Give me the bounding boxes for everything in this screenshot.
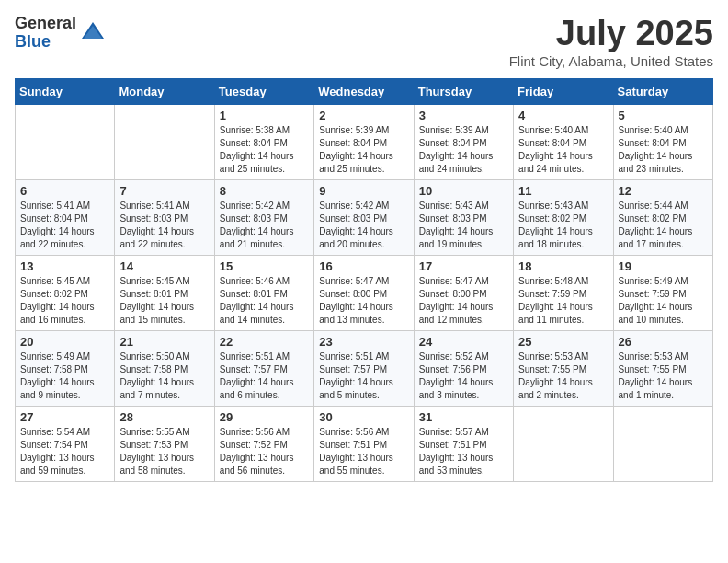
calendar-cell: 10Sunrise: 5:43 AM Sunset: 8:03 PM Dayli…: [414, 179, 513, 255]
logo-general: General: [15, 15, 76, 33]
day-detail: Sunrise: 5:42 AM Sunset: 8:03 PM Dayligh…: [220, 200, 309, 251]
day-number: 20: [20, 335, 109, 349]
day-detail: Sunrise: 5:45 AM Sunset: 8:01 PM Dayligh…: [119, 275, 209, 327]
calendar-cell: 29Sunrise: 5:56 AM Sunset: 7:52 PM Dayli…: [214, 406, 313, 481]
calendar-week-row: 27Sunrise: 5:54 AM Sunset: 7:54 PM Dayli…: [16, 406, 713, 481]
day-number: 10: [419, 184, 508, 198]
day-detail: Sunrise: 5:53 AM Sunset: 7:55 PM Dayligh…: [518, 350, 608, 402]
day-detail: Sunrise: 5:47 AM Sunset: 8:00 PM Dayligh…: [319, 275, 408, 327]
calendar-cell: 20Sunrise: 5:49 AM Sunset: 7:58 PM Dayli…: [16, 330, 115, 406]
day-number: 5: [619, 109, 708, 122]
day-number: 3: [419, 109, 508, 122]
day-detail: Sunrise: 5:56 AM Sunset: 7:51 PM Dayligh…: [319, 426, 408, 477]
day-detail: Sunrise: 5:51 AM Sunset: 7:57 PM Dayligh…: [319, 350, 408, 402]
day-number: 17: [419, 259, 508, 273]
day-detail: Sunrise: 5:49 AM Sunset: 7:59 PM Dayligh…: [619, 275, 708, 327]
day-number: 31: [419, 410, 508, 424]
day-detail: Sunrise: 5:40 AM Sunset: 8:04 PM Dayligh…: [518, 124, 608, 176]
calendar-cell: 6Sunrise: 5:41 AM Sunset: 8:04 PM Daylig…: [16, 179, 115, 255]
day-detail: Sunrise: 5:40 AM Sunset: 8:04 PM Dayligh…: [619, 124, 708, 176]
weekday-header-tuesday: Tuesday: [214, 78, 313, 104]
calendar-cell: 15Sunrise: 5:46 AM Sunset: 8:01 PM Dayli…: [214, 255, 313, 330]
page-header: General Blue July 2025 Flint City, Alaba…: [15, 15, 713, 69]
logo-icon: [80, 20, 106, 46]
day-number: 16: [319, 259, 408, 273]
calendar-cell: 4Sunrise: 5:40 AM Sunset: 8:04 PM Daylig…: [514, 104, 613, 179]
calendar-cell: 2Sunrise: 5:39 AM Sunset: 8:04 PM Daylig…: [314, 104, 414, 179]
weekday-header-friday: Friday: [514, 78, 613, 104]
day-number: 26: [619, 335, 708, 349]
weekday-header-monday: Monday: [115, 78, 214, 104]
calendar-cell: 5Sunrise: 5:40 AM Sunset: 8:04 PM Daylig…: [613, 104, 712, 179]
calendar-cell: 31Sunrise: 5:57 AM Sunset: 7:51 PM Dayli…: [414, 406, 513, 481]
calendar-week-row: 20Sunrise: 5:49 AM Sunset: 7:58 PM Dayli…: [16, 330, 713, 406]
calendar-cell: 1Sunrise: 5:38 AM Sunset: 8:04 PM Daylig…: [214, 104, 313, 179]
day-detail: Sunrise: 5:56 AM Sunset: 7:52 PM Dayligh…: [220, 426, 309, 477]
calendar-cell: 17Sunrise: 5:47 AM Sunset: 8:00 PM Dayli…: [414, 255, 513, 330]
day-number: 4: [518, 109, 608, 122]
day-detail: Sunrise: 5:42 AM Sunset: 8:03 PM Dayligh…: [319, 200, 408, 251]
calendar-cell: 23Sunrise: 5:51 AM Sunset: 7:57 PM Dayli…: [314, 330, 414, 406]
day-number: 2: [319, 109, 408, 122]
day-detail: Sunrise: 5:49 AM Sunset: 7:58 PM Dayligh…: [20, 350, 109, 402]
weekday-header-row: SundayMondayTuesdayWednesdayThursdayFrid…: [16, 78, 713, 104]
logo: General Blue: [15, 15, 106, 52]
day-detail: Sunrise: 5:50 AM Sunset: 7:58 PM Dayligh…: [119, 350, 209, 402]
day-number: 7: [119, 184, 209, 198]
day-detail: Sunrise: 5:43 AM Sunset: 8:03 PM Dayligh…: [419, 200, 508, 251]
day-number: 18: [518, 259, 608, 273]
day-detail: Sunrise: 5:54 AM Sunset: 7:54 PM Dayligh…: [20, 426, 109, 477]
day-number: 21: [119, 335, 209, 349]
calendar-cell: 28Sunrise: 5:55 AM Sunset: 7:53 PM Dayli…: [115, 406, 214, 481]
day-detail: Sunrise: 5:44 AM Sunset: 8:02 PM Dayligh…: [619, 200, 708, 251]
calendar-cell: 26Sunrise: 5:53 AM Sunset: 7:55 PM Dayli…: [613, 330, 712, 406]
day-detail: Sunrise: 5:41 AM Sunset: 8:03 PM Dayligh…: [119, 200, 209, 251]
calendar-cell: 14Sunrise: 5:45 AM Sunset: 8:01 PM Dayli…: [115, 255, 214, 330]
calendar-cell: 16Sunrise: 5:47 AM Sunset: 8:00 PM Dayli…: [314, 255, 414, 330]
day-detail: Sunrise: 5:47 AM Sunset: 8:00 PM Dayligh…: [419, 275, 508, 327]
weekday-header-saturday: Saturday: [613, 78, 712, 104]
day-detail: Sunrise: 5:53 AM Sunset: 7:55 PM Dayligh…: [619, 350, 708, 402]
calendar-cell: 9Sunrise: 5:42 AM Sunset: 8:03 PM Daylig…: [314, 179, 414, 255]
calendar-cell: 11Sunrise: 5:43 AM Sunset: 8:02 PM Dayli…: [514, 179, 613, 255]
location: Flint City, Alabama, United States: [509, 53, 713, 69]
day-detail: Sunrise: 5:41 AM Sunset: 8:04 PM Dayligh…: [20, 200, 109, 251]
calendar-cell: 3Sunrise: 5:39 AM Sunset: 8:04 PM Daylig…: [414, 104, 513, 179]
calendar-cell: 30Sunrise: 5:56 AM Sunset: 7:51 PM Dayli…: [314, 406, 414, 481]
day-detail: Sunrise: 5:46 AM Sunset: 8:01 PM Dayligh…: [220, 275, 309, 327]
weekday-header-wednesday: Wednesday: [314, 78, 414, 104]
day-number: 22: [220, 335, 309, 349]
calendar-cell: 25Sunrise: 5:53 AM Sunset: 7:55 PM Dayli…: [514, 330, 613, 406]
calendar-cell: 19Sunrise: 5:49 AM Sunset: 7:59 PM Dayli…: [613, 255, 712, 330]
day-number: 6: [20, 184, 109, 198]
day-number: 9: [319, 184, 408, 198]
calendar-cell: [514, 406, 613, 481]
day-number: 15: [220, 259, 309, 273]
day-detail: Sunrise: 5:38 AM Sunset: 8:04 PM Dayligh…: [220, 124, 309, 176]
day-number: 14: [119, 259, 209, 273]
day-detail: Sunrise: 5:43 AM Sunset: 8:02 PM Dayligh…: [518, 200, 608, 251]
day-number: 28: [119, 410, 209, 424]
day-number: 30: [319, 410, 408, 424]
day-detail: Sunrise: 5:45 AM Sunset: 8:02 PM Dayligh…: [20, 275, 109, 327]
calendar-week-row: 13Sunrise: 5:45 AM Sunset: 8:02 PM Dayli…: [16, 255, 713, 330]
calendar-table: SundayMondayTuesdayWednesdayThursdayFrid…: [15, 78, 713, 482]
day-detail: Sunrise: 5:39 AM Sunset: 8:04 PM Dayligh…: [319, 124, 408, 176]
day-number: 27: [20, 410, 109, 424]
calendar-cell: 13Sunrise: 5:45 AM Sunset: 8:02 PM Dayli…: [16, 255, 115, 330]
day-detail: Sunrise: 5:39 AM Sunset: 8:04 PM Dayligh…: [419, 124, 508, 176]
calendar-cell: [16, 104, 115, 179]
calendar-week-row: 6Sunrise: 5:41 AM Sunset: 8:04 PM Daylig…: [16, 179, 713, 255]
day-number: 25: [518, 335, 608, 349]
month-title: July 2025: [509, 15, 713, 53]
calendar-cell: [613, 406, 712, 481]
calendar-cell: 21Sunrise: 5:50 AM Sunset: 7:58 PM Dayli…: [115, 330, 214, 406]
day-detail: Sunrise: 5:55 AM Sunset: 7:53 PM Dayligh…: [119, 426, 209, 477]
day-number: 24: [419, 335, 508, 349]
day-number: 1: [220, 109, 309, 122]
weekday-header-sunday: Sunday: [16, 78, 115, 104]
day-detail: Sunrise: 5:52 AM Sunset: 7:56 PM Dayligh…: [419, 350, 508, 402]
day-number: 13: [20, 259, 109, 273]
calendar-cell: 24Sunrise: 5:52 AM Sunset: 7:56 PM Dayli…: [414, 330, 513, 406]
day-number: 29: [220, 410, 309, 424]
